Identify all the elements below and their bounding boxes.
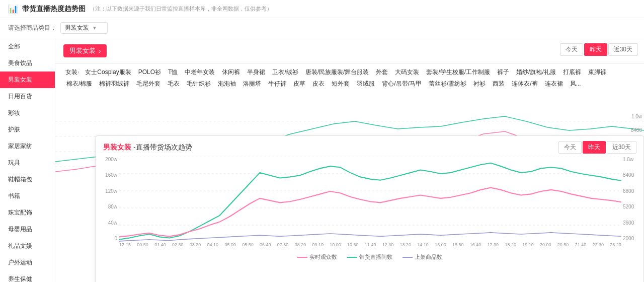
sub-cat-pants[interactable]: 裤子 bbox=[494, 67, 512, 78]
sub-cat-jumpsuit[interactable]: 连体衣/裤 bbox=[509, 79, 540, 89]
chart-yesterday-btn[interactable]: 昨天 bbox=[583, 141, 606, 154]
x-label-0640: 06:40 bbox=[260, 242, 271, 251]
sub-cat-tshirt[interactable]: T恤 bbox=[165, 67, 181, 78]
30days-btn-top[interactable]: 近30天 bbox=[608, 43, 638, 56]
sub-cat-woolen[interactable]: 毛尼外套 bbox=[133, 79, 164, 89]
main-content: 全部 美食饮品 男装女装 日用百货 彩妆 护肤 家居家纺 玩具 鞋帽箱包 书籍 … bbox=[0, 38, 644, 282]
sub-cat-lolita[interactable]: 洛丽塔 bbox=[240, 79, 264, 89]
sidebar-item-home[interactable]: 家居家纺 bbox=[0, 138, 55, 155]
y-right-8400: 8400 bbox=[623, 172, 634, 178]
sub-cat-cotton[interactable]: 棉衣/棉服 bbox=[63, 79, 95, 89]
x-label-1730: 17:30 bbox=[488, 242, 499, 251]
sub-cat-cotton-pants[interactable]: 棉裤羽绒裤 bbox=[96, 79, 132, 89]
sidebar-item-jewelry[interactable]: 珠宝配饰 bbox=[0, 204, 55, 221]
sub-cat-short-jacket[interactable]: 短外套 bbox=[329, 79, 353, 89]
sub-cat-dress[interactable]: 连衣裙 bbox=[542, 79, 566, 89]
sub-cat-plus[interactable]: 大码女装 bbox=[392, 67, 422, 78]
sub-cat-wedding[interactable]: 婚纱/旗袍/礼服 bbox=[513, 67, 559, 78]
sub-cat-fur[interactable]: 皮草 bbox=[290, 79, 308, 89]
x-label-1050: 10:50 bbox=[347, 242, 359, 251]
x-label-1550: 15:50 bbox=[452, 242, 464, 251]
y-right-5200: 5200 bbox=[623, 204, 634, 209]
x-label-2320: 23:20 bbox=[610, 242, 621, 251]
chart-title-suffix: -直播带货场次趋势 bbox=[133, 143, 192, 151]
sidebar: 全部 美食饮品 男装女装 日用百货 彩妆 护肤 家居家纺 玩具 鞋帽箱包 书籍 … bbox=[0, 38, 55, 282]
sidebar-item-outdoor[interactable]: 户外运动 bbox=[0, 254, 55, 271]
x-label-1410: 14:10 bbox=[417, 242, 429, 251]
main-category-tag[interactable]: 男装女装 › bbox=[63, 44, 107, 57]
filter-label: 请选择商品类目： bbox=[8, 24, 56, 32]
dropdown-arrow-icon: ▼ bbox=[92, 25, 97, 31]
sidebar-item-skincare[interactable]: 护肤 bbox=[0, 121, 55, 138]
legend-broadcast-label: 带货直播间数 bbox=[359, 253, 392, 261]
legend-products-label: 上架商品数 bbox=[415, 253, 442, 261]
y-left-40w: 40w bbox=[108, 220, 117, 226]
sub-cat-sweater[interactable]: 毛衣 bbox=[165, 79, 183, 89]
sub-cat-wind[interactable]: 风... bbox=[567, 79, 584, 89]
sub-cat-leather[interactable]: 皮衣 bbox=[309, 79, 328, 89]
sub-cat-lace[interactable]: 蕾丝衫/雪纺衫 bbox=[426, 79, 469, 89]
sub-cat-puff[interactable]: 泡泡袖 bbox=[215, 79, 239, 89]
sub-cat-hoodie[interactable]: 卫衣/绒衫 bbox=[269, 67, 301, 78]
y-axis-right: 1.0w 8400 6800 5200 3600 2000 bbox=[621, 157, 639, 241]
sub-cat-jeans[interactable]: 牛仔裤 bbox=[265, 79, 289, 89]
category-panel: 男装女装 › 今天 昨天 近30天 bbox=[55, 38, 644, 64]
x-label-0230: 02:30 bbox=[172, 242, 184, 251]
legend-viewers-line bbox=[297, 257, 307, 258]
sub-cat-suit[interactable]: 西装 bbox=[490, 79, 508, 89]
sidebar-item-food[interactable]: 美食饮品 bbox=[0, 55, 55, 72]
x-label-0050: 00:50 bbox=[137, 242, 148, 251]
sub-cat-women[interactable]: 女装 › bbox=[63, 67, 81, 78]
selected-category: 男装女装 bbox=[65, 24, 89, 32]
sub-cat-knit[interactable]: 毛针织衫 bbox=[184, 79, 214, 89]
chart-30days-btn[interactable]: 近30天 bbox=[607, 141, 636, 154]
sub-cat-casual-pants[interactable]: 休闲裤 bbox=[219, 67, 243, 78]
sidebar-item-health[interactable]: 养生保健 bbox=[0, 271, 55, 282]
sidebar-item-all[interactable]: 全部 bbox=[0, 38, 55, 55]
sub-cat-uniform[interactable]: 套装/学生校服/工作制服 bbox=[423, 67, 493, 78]
sub-cat-down[interactable]: 羽绒服 bbox=[354, 79, 378, 89]
sidebar-item-makeup[interactable]: 彩妆 bbox=[0, 105, 55, 121]
category-select[interactable]: 男装女装 ▼ bbox=[60, 22, 108, 34]
x-label-1910: 19:10 bbox=[522, 242, 534, 251]
x-label-1000: 10:00 bbox=[330, 242, 341, 251]
x-label-2050: 20:50 bbox=[557, 242, 569, 251]
content-area: 男装女装 › 今天 昨天 近30天 女装 › 女士Cosplay服装 POLO衫… bbox=[55, 38, 644, 282]
sidebar-item-books[interactable]: 书籍 bbox=[0, 188, 55, 204]
chart-legend: 实时观众数 带货直播间数 上架商品数 bbox=[96, 251, 643, 264]
yesterday-btn-top[interactable]: 昨天 bbox=[584, 43, 607, 56]
y-right-3600: 3600 bbox=[623, 220, 634, 226]
sidebar-item-daily[interactable]: 日用百货 bbox=[0, 88, 55, 105]
sub-cat-ethnic[interactable]: 唐装/民族服装/舞台服装 bbox=[302, 67, 372, 78]
sub-cat-vest[interactable]: 背心/吊带/马甲 bbox=[379, 79, 425, 89]
page-wrapper: 📊 带货直播热度趋势图 （注：以下数据来源于我们日常监控直播样本库，非全网数据，… bbox=[0, 0, 644, 282]
y-right-2000: 2000 bbox=[623, 236, 634, 241]
sidebar-item-toys[interactable]: 玩具 bbox=[0, 155, 55, 171]
chart-today-btn[interactable]: 今天 bbox=[558, 141, 582, 154]
x-label-1640: 16:40 bbox=[470, 242, 481, 251]
sub-cat-leggings[interactable]: 打底裤 bbox=[560, 67, 584, 78]
sub-cat-tied-pants[interactable]: 束脚裤 bbox=[585, 67, 609, 78]
y-right-10k: 1.0w bbox=[623, 157, 633, 162]
x-label-2000: 20:00 bbox=[540, 242, 551, 251]
y-left-0: 0 bbox=[114, 236, 117, 241]
sub-cat-polo[interactable]: POLO衫 bbox=[135, 67, 164, 78]
filter-bar: 请选择商品类目： 男装女装 ▼ bbox=[0, 18, 644, 38]
main-chart-svg bbox=[119, 157, 621, 242]
sub-cat-middle-aged[interactable]: 中老年女装 bbox=[182, 67, 218, 78]
sidebar-item-bags[interactable]: 鞋帽箱包 bbox=[0, 171, 55, 188]
sub-cat-jacket[interactable]: 外套 bbox=[373, 67, 391, 78]
y-left-200w: 200w bbox=[105, 157, 117, 162]
sub-cat-cosplay[interactable]: 女士Cosplay服装 bbox=[82, 67, 134, 78]
chart-header: 男装女装 -直播带货场次趋势 今天 昨天 近30天 bbox=[96, 136, 643, 157]
sidebar-item-clothing[interactable]: 男装女装 bbox=[0, 72, 55, 88]
sub-cat-shirt[interactable]: 衬衫 bbox=[470, 79, 489, 89]
today-btn-top[interactable]: 今天 bbox=[560, 43, 583, 56]
legend-products: 上架商品数 bbox=[403, 253, 442, 261]
sub-cat-skirt[interactable]: 半身裙 bbox=[244, 67, 268, 78]
sidebar-item-gifts[interactable]: 礼品文娱 bbox=[0, 238, 55, 254]
header: 📊 带货直播热度趋势图 （注：以下数据来源于我们日常监控直播样本库，非全网数据，… bbox=[0, 0, 644, 18]
chart-title: 男装女装 -直播带货场次趋势 bbox=[103, 143, 192, 152]
sidebar-item-maternal[interactable]: 母婴用品 bbox=[0, 221, 55, 238]
header-note: （注：以下数据来源于我们日常监控直播样本库，非全网数据，仅供参考） bbox=[90, 5, 272, 13]
